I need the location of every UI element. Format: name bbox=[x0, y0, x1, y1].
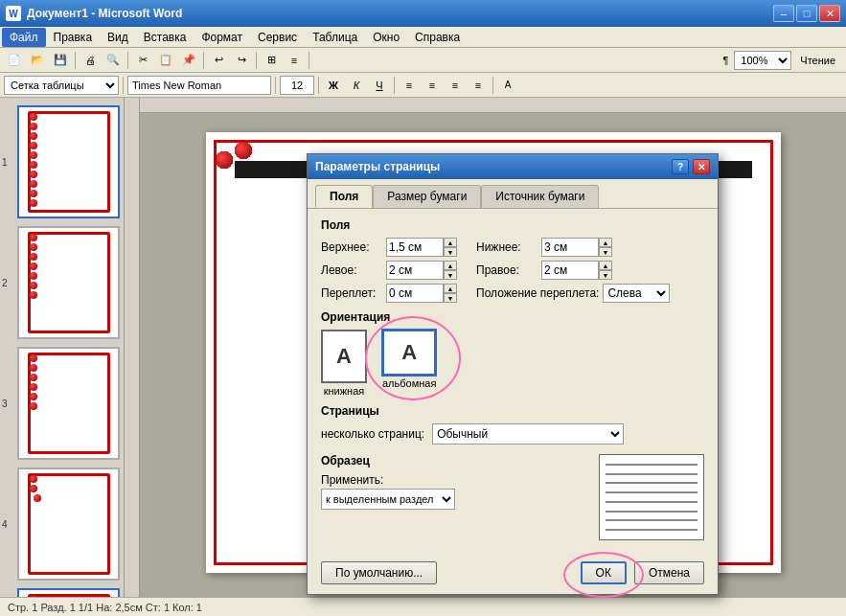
columns-button[interactable]: ≡ bbox=[284, 50, 305, 71]
bottom-margin-label: Нижнее: bbox=[476, 240, 537, 254]
top-margin-up[interactable]: ▲ bbox=[444, 238, 457, 247]
margins-row-1: Верхнее: ▲ ▼ Нижнее: ▲ ▼ bbox=[321, 238, 704, 257]
undo-button[interactable]: ↩ bbox=[208, 50, 229, 71]
dialog-help-button[interactable]: ? bbox=[672, 159, 689, 174]
dialog-close-button[interactable]: ✕ bbox=[693, 159, 710, 174]
thumbnail-page-4[interactable] bbox=[17, 468, 120, 581]
orientation-options: A книжная A альбомная bbox=[321, 330, 704, 397]
print-button[interactable]: 🖨 bbox=[80, 50, 101, 71]
list-item[interactable]: 2 bbox=[4, 226, 120, 339]
copy-button[interactable]: 📋 bbox=[155, 50, 176, 71]
thumbnail-page-1[interactable] bbox=[17, 105, 120, 218]
list-item[interactable]: 1 bbox=[4, 105, 120, 218]
sample-section: Образец Применить: к выделенным раздел bbox=[321, 454, 704, 540]
dialog-tabs: Поля Размер бумаги Источник бумаги bbox=[308, 179, 718, 208]
apply-to-select[interactable]: к выделенным раздел bbox=[321, 489, 455, 510]
left-margin-down[interactable]: ▼ bbox=[444, 270, 457, 280]
top-margin-input[interactable] bbox=[386, 238, 444, 257]
minimize-button[interactable]: – bbox=[773, 5, 794, 22]
menu-help[interactable]: Справка bbox=[407, 28, 468, 47]
tab-margins[interactable]: Поля bbox=[315, 185, 373, 208]
save-button[interactable]: 💾 bbox=[50, 50, 71, 71]
underline-button[interactable]: Ч bbox=[369, 75, 390, 96]
bottom-margin-input[interactable] bbox=[541, 238, 599, 257]
italic-button[interactable]: К bbox=[346, 75, 367, 96]
top-margin-down[interactable]: ▼ bbox=[444, 247, 457, 257]
font-name-display[interactable]: Times New Roman bbox=[127, 76, 271, 95]
menu-insert[interactable]: Вставка bbox=[136, 28, 194, 47]
thumbnail-page-3[interactable] bbox=[17, 347, 120, 460]
align-left-button[interactable]: ≡ bbox=[399, 75, 420, 96]
new-button[interactable]: 📄 bbox=[4, 50, 25, 71]
open-button[interactable]: 📂 bbox=[27, 50, 48, 71]
page-number-4: 4 bbox=[2, 519, 8, 530]
status-bar: Стр. 1 Разд. 1 1/1 На: 2,5см Ст: 1 Кол: … bbox=[0, 597, 846, 616]
preview-button[interactable]: 🔍 bbox=[103, 50, 124, 71]
redo-button[interactable]: ↪ bbox=[231, 50, 252, 71]
align-center-button[interactable]: ≡ bbox=[422, 75, 443, 96]
multiple-pages-select[interactable]: Обычный bbox=[432, 423, 624, 445]
font-size-display[interactable]: 12 bbox=[280, 76, 314, 95]
list-item[interactable]: 3 bbox=[4, 347, 120, 460]
maximize-button[interactable]: □ bbox=[796, 5, 817, 22]
left-margin-up[interactable]: ▲ bbox=[444, 261, 457, 270]
default-button[interactable]: По умолчанию... bbox=[321, 561, 437, 584]
top-margin-label: Верхнее: bbox=[321, 240, 382, 254]
cancel-button[interactable]: Отмена bbox=[634, 561, 704, 584]
sample-preview bbox=[599, 454, 704, 540]
font-color-button[interactable]: А bbox=[497, 75, 518, 96]
ok-button[interactable]: ОК bbox=[581, 561, 627, 584]
tab-paper-source[interactable]: Источник бумаги bbox=[481, 185, 599, 208]
page-number-3: 3 bbox=[2, 399, 8, 409]
zoom-select[interactable]: 100% bbox=[734, 51, 791, 70]
menu-edit[interactable]: Правка bbox=[46, 28, 101, 47]
style-select[interactable]: Сетка таблицы bbox=[4, 76, 119, 95]
sample-line-6 bbox=[606, 511, 697, 513]
menu-tools[interactable]: Сервис bbox=[250, 28, 305, 47]
menu-table[interactable]: Таблица bbox=[305, 28, 365, 47]
align-right-button[interactable]: ≡ bbox=[445, 75, 466, 96]
menu-window[interactable]: Окно bbox=[365, 28, 407, 47]
thumbnail-page-2[interactable] bbox=[17, 226, 120, 339]
table-button[interactable]: ⊞ bbox=[261, 50, 282, 71]
close-window-button[interactable]: ✕ bbox=[819, 5, 840, 22]
bold-button[interactable]: Ж bbox=[323, 75, 344, 96]
menu-file[interactable]: Файл bbox=[2, 28, 46, 47]
separator-5 bbox=[309, 52, 309, 69]
left-margin-input[interactable] bbox=[386, 261, 444, 280]
landscape-option[interactable]: A альбомная bbox=[382, 330, 436, 397]
bottom-margin-up[interactable]: ▲ bbox=[599, 238, 612, 247]
paste-button[interactable]: 📌 bbox=[178, 50, 199, 71]
window-title: Документ1 - Microsoft Word bbox=[27, 7, 182, 20]
horizontal-ruler bbox=[140, 98, 846, 113]
gutter-down[interactable]: ▼ bbox=[444, 293, 457, 303]
page-number-1: 1 bbox=[2, 157, 8, 168]
left-margin-label: Левое: bbox=[321, 263, 382, 277]
right-margin-down[interactable]: ▼ bbox=[599, 270, 612, 280]
separator-f3 bbox=[318, 77, 319, 94]
portrait-option[interactable]: A книжная bbox=[321, 330, 367, 397]
page-thumbnails-panel: 1 2 bbox=[0, 98, 125, 616]
menu-format[interactable]: Формат bbox=[194, 28, 250, 47]
align-justify-button[interactable]: ≡ bbox=[468, 75, 489, 96]
gutter-up[interactable]: ▲ bbox=[444, 284, 457, 293]
ok-button-wrapper: ОК bbox=[581, 561, 627, 584]
reading-view-button[interactable]: Чтение bbox=[793, 50, 842, 71]
separator-3 bbox=[203, 52, 204, 69]
cut-button[interactable]: ✂ bbox=[132, 50, 153, 71]
bottom-margin-down[interactable]: ▼ bbox=[599, 247, 612, 257]
tab-paper-size[interactable]: Размер бумаги bbox=[373, 185, 481, 208]
sample-line-1 bbox=[606, 464, 697, 466]
right-margin-input[interactable] bbox=[541, 261, 599, 280]
menu-view[interactable]: Вид bbox=[100, 28, 136, 47]
sample-line-4 bbox=[606, 491, 697, 493]
gutter-input[interactable] bbox=[386, 284, 444, 303]
separator-f1 bbox=[123, 77, 124, 94]
margins-row-3: Переплет: ▲ ▼ Положение переплета: Слева bbox=[321, 284, 704, 303]
dialog-buttons-row: По умолчанию... ОК Отмена bbox=[308, 554, 718, 594]
gutter-position-select[interactable]: Слева bbox=[603, 284, 670, 303]
portrait-icon: A bbox=[321, 330, 367, 383]
list-item[interactable]: 4 bbox=[4, 468, 120, 581]
right-margin-up[interactable]: ▲ bbox=[599, 261, 612, 270]
pages-row: несколько страниц: Обычный bbox=[321, 423, 704, 445]
